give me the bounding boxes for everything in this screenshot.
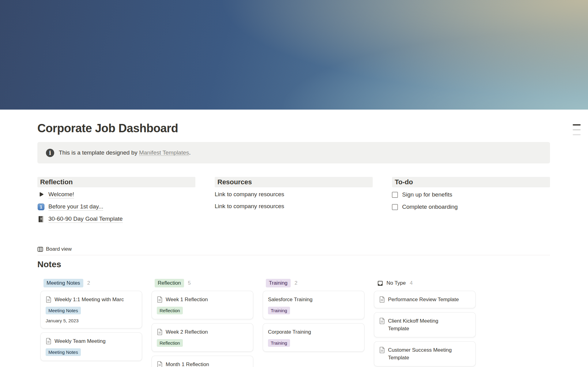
page-link-label: Welcome! <box>48 191 74 198</box>
resource-link[interactable]: Link to company resources <box>215 201 373 211</box>
inbox-icon <box>377 280 383 286</box>
table-of-contents-indicator[interactable] <box>573 124 581 135</box>
page-title: Corporate Job Dashboard <box>37 110 550 135</box>
todo-item: Sign up for benefits <box>392 190 550 200</box>
card-title: Performance Review Template <box>388 296 459 303</box>
resource-link[interactable]: Link to company resources <box>215 189 373 199</box>
card-month-1-reflection[interactable]: Month 1 Reflection <box>152 356 253 367</box>
page-link-label: Before your 1st day... <box>48 203 103 211</box>
card-title: Customer Success Meeting Template <box>388 346 454 361</box>
group-pill-meeting-notes[interactable]: Meeting Notes <box>43 279 83 287</box>
card-salesforce-training[interactable]: Salesforce Training Training <box>263 291 364 319</box>
callout-text: This is a template designed by Manifest … <box>59 149 191 156</box>
page-link-welcome[interactable]: Welcome! <box>37 190 195 200</box>
card-title: Weekly 1:1 Meeting with Marc <box>55 296 124 303</box>
card-title: Corporate Training <box>268 328 311 336</box>
card-title: Week 2 Reflection <box>166 328 208 336</box>
card-client-kickoff-meeting-template[interactable]: Client Kickoff Meeting Template <box>374 312 476 337</box>
document-icon <box>379 318 385 324</box>
notebook-icon <box>37 215 45 223</box>
tab-board-view[interactable]: Board view <box>37 246 72 252</box>
card-title: Client Kickoff Meeting Template <box>388 317 454 332</box>
todo-label: Sign up for benefits <box>402 191 452 198</box>
view-tab-bar: Board view <box>37 246 550 255</box>
checkbox-unchecked[interactable] <box>392 204 398 210</box>
card-weekly-11-meeting[interactable]: Weekly 1:1 Meeting with Marc Meeting Not… <box>40 291 142 328</box>
heading-todo: To-do <box>392 177 550 187</box>
card-tag: Meeting Notes <box>46 307 81 314</box>
card-week-2-reflection[interactable]: Week 2 Reflection Reflection <box>152 323 253 352</box>
group-count: 4 <box>410 280 413 286</box>
card-title: Month 1 Reflection <box>166 361 209 367</box>
document-icon <box>46 338 51 344</box>
card-tag: Reflection <box>157 339 183 347</box>
manifest-templates-link[interactable]: Manifest Templates <box>139 149 189 156</box>
page-link-before-first-day[interactable]: 1 Before your 1st day... <box>37 202 195 212</box>
document-icon <box>379 296 385 303</box>
board-column-training: Training 2 Salesforce Training Training … <box>263 279 364 356</box>
todo-label: Complete onboarding <box>402 204 458 210</box>
group-pill-training[interactable]: Training <box>266 279 291 287</box>
card-tag: Training <box>268 307 290 314</box>
card-tag: Meeting Notes <box>46 348 81 356</box>
board-view-icon <box>37 246 43 252</box>
checkbox-unchecked[interactable] <box>392 192 398 198</box>
card-tag: Training <box>268 339 290 347</box>
board-column-meeting-notes: Meeting Notes 2 Weekly 1:1 Meeting with … <box>40 279 142 365</box>
card-tag: Reflection <box>157 307 183 314</box>
card-title: Weekly Team Meeting <box>55 337 106 345</box>
toc-line <box>573 124 581 125</box>
card-week-1-reflection[interactable]: Week 1 Reflection Reflection <box>152 291 253 319</box>
todo-item: Complete onboarding <box>392 202 550 212</box>
heading-reflection: Reflection <box>37 177 195 187</box>
document-icon <box>157 296 163 303</box>
card-title: Week 1 Reflection <box>166 296 208 303</box>
group-count: 5 <box>188 280 191 286</box>
page-link-label: 30-60-90 Day Goal Template <box>48 215 123 223</box>
info-icon: i <box>46 149 54 157</box>
card-title: Salesforce Training <box>268 296 313 303</box>
group-count: 2 <box>87 280 90 286</box>
card-weekly-team-meeting[interactable]: Weekly Team Meeting Meeting Notes <box>40 332 142 361</box>
group-pill-reflection[interactable]: Reflection <box>155 279 184 287</box>
group-count: 2 <box>295 280 297 286</box>
tab-label: Board view <box>46 246 72 252</box>
notes-board: Meeting Notes 2 Weekly 1:1 Meeting with … <box>37 279 550 367</box>
page-link-30-60-90[interactable]: 30-60-90 Day Goal Template <box>37 214 195 224</box>
card-performance-review-template[interactable]: Performance Review Template <box>374 291 476 308</box>
document-icon <box>379 347 385 353</box>
cover-image <box>0 0 588 110</box>
keycap-1-icon: 1 <box>37 203 45 211</box>
group-label-no-type[interactable]: No Type <box>386 280 406 286</box>
column-reflection: Reflection Welcome! 1 Before your 1st da… <box>37 177 195 224</box>
toc-line <box>573 134 581 135</box>
heading-resources: Resources <box>215 177 373 187</box>
document-icon <box>157 361 163 367</box>
board-column-no-type: No Type 4 Performance Review Template <box>374 279 476 367</box>
card-corporate-training[interactable]: Corporate Training Training <box>263 323 364 352</box>
board-title: Notes <box>37 259 550 270</box>
toc-line <box>573 129 581 130</box>
document-icon <box>157 329 163 335</box>
template-callout: i This is a template designed by Manifes… <box>37 142 550 163</box>
column-todo: To-do Sign up for benefits Complete onbo… <box>392 177 550 224</box>
card-customer-success-meeting-template[interactable]: Customer Success Meeting Template <box>374 341 476 366</box>
board-column-reflection: Reflection 5 Week 1 Reflection Reflectio… <box>152 279 253 367</box>
card-date: January 5, 2023 <box>46 318 137 324</box>
play-icon <box>37 191 45 198</box>
document-icon <box>46 296 51 303</box>
column-resources: Resources Link to company resources Link… <box>215 177 373 224</box>
